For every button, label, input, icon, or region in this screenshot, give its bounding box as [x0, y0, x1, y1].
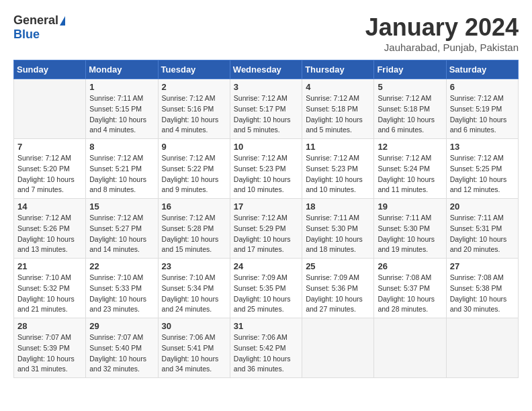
calendar-cell: 14Sunrise: 7:12 AM Sunset: 5:26 PM Dayli…: [14, 199, 86, 259]
day-number: 3: [234, 82, 298, 92]
calendar-cell: 20Sunrise: 7:11 AM Sunset: 5:31 PM Dayli…: [446, 199, 518, 259]
day-number: 16: [162, 201, 226, 212]
day-number: 29: [89, 321, 154, 331]
day-info: Sunrise: 7:10 AM Sunset: 5:34 PM Dayligh…: [162, 273, 226, 315]
calendar-table: SundayMondayTuesdayWednesdayThursdayFrid…: [13, 60, 519, 378]
calendar-cell: [446, 318, 518, 378]
day-number: 8: [89, 142, 154, 152]
logo-general: General: [13, 13, 58, 28]
logo-icon: [60, 16, 65, 26]
calendar-cell: 28Sunrise: 7:07 AM Sunset: 5:39 PM Dayli…: [14, 318, 86, 378]
day-info: Sunrise: 7:12 AM Sunset: 5:17 PM Dayligh…: [234, 93, 298, 136]
header-wednesday: Wednesday: [230, 60, 302, 79]
day-info: Sunrise: 7:12 AM Sunset: 5:28 PM Dayligh…: [162, 213, 226, 255]
calendar-cell: 24Sunrise: 7:09 AM Sunset: 5:35 PM Dayli…: [230, 259, 302, 318]
header-tuesday: Tuesday: [158, 60, 230, 79]
day-info: Sunrise: 7:10 AM Sunset: 5:33 PM Dayligh…: [89, 273, 154, 315]
logo-blue: Blue: [13, 28, 40, 42]
day-info: Sunrise: 7:10 AM Sunset: 5:32 PM Dayligh…: [17, 273, 82, 315]
day-number: 4: [306, 82, 370, 92]
header-friday: Friday: [374, 60, 446, 79]
day-number: 14: [17, 201, 82, 212]
calendar-cell: 23Sunrise: 7:10 AM Sunset: 5:34 PM Dayli…: [158, 259, 230, 318]
day-info: Sunrise: 7:12 AM Sunset: 5:26 PM Dayligh…: [17, 213, 82, 255]
day-number: 7: [17, 142, 82, 152]
calendar-cell: 19Sunrise: 7:11 AM Sunset: 5:30 PM Dayli…: [374, 199, 446, 259]
calendar-cell: 21Sunrise: 7:10 AM Sunset: 5:32 PM Dayli…: [14, 259, 86, 318]
day-info: Sunrise: 7:12 AM Sunset: 5:25 PM Dayligh…: [450, 153, 515, 195]
day-number: 31: [234, 321, 298, 331]
day-info: Sunrise: 7:06 AM Sunset: 5:42 PM Dayligh…: [234, 332, 298, 375]
calendar-cell: 1Sunrise: 7:11 AM Sunset: 5:15 PM Daylig…: [86, 79, 158, 139]
calendar-cell: 30Sunrise: 7:06 AM Sunset: 5:41 PM Dayli…: [158, 318, 230, 378]
day-info: Sunrise: 7:08 AM Sunset: 5:38 PM Dayligh…: [450, 273, 515, 315]
day-number: 17: [234, 201, 298, 212]
calendar-week-row: 7Sunrise: 7:12 AM Sunset: 5:20 PM Daylig…: [14, 139, 519, 199]
calendar-cell: [14, 79, 86, 139]
calendar-cell: 3Sunrise: 7:12 AM Sunset: 5:17 PM Daylig…: [230, 79, 302, 139]
day-info: Sunrise: 7:11 AM Sunset: 5:15 PM Dayligh…: [89, 93, 154, 136]
day-number: 22: [89, 261, 154, 271]
calendar-cell: 2Sunrise: 7:12 AM Sunset: 5:16 PM Daylig…: [158, 79, 230, 139]
calendar-cell: 10Sunrise: 7:12 AM Sunset: 5:23 PM Dayli…: [230, 139, 302, 199]
day-number: 10: [234, 142, 298, 152]
day-number: 21: [17, 261, 82, 271]
day-info: Sunrise: 7:06 AM Sunset: 5:41 PM Dayligh…: [162, 332, 226, 375]
calendar-cell: 5Sunrise: 7:12 AM Sunset: 5:18 PM Daylig…: [374, 79, 446, 139]
day-info: Sunrise: 7:11 AM Sunset: 5:30 PM Dayligh…: [378, 213, 442, 255]
day-info: Sunrise: 7:12 AM Sunset: 5:24 PM Dayligh…: [378, 153, 442, 195]
day-number: 26: [378, 261, 442, 271]
month-title: January 2024: [365, 13, 519, 42]
calendar-week-row: 28Sunrise: 7:07 AM Sunset: 5:39 PM Dayli…: [14, 318, 519, 378]
day-info: Sunrise: 7:07 AM Sunset: 5:40 PM Dayligh…: [89, 332, 154, 375]
calendar-cell: 18Sunrise: 7:11 AM Sunset: 5:30 PM Dayli…: [302, 199, 374, 259]
day-number: 27: [450, 261, 515, 271]
calendar-cell: 29Sunrise: 7:07 AM Sunset: 5:40 PM Dayli…: [86, 318, 158, 378]
day-info: Sunrise: 7:11 AM Sunset: 5:31 PM Dayligh…: [450, 213, 515, 255]
day-number: 18: [306, 201, 370, 212]
day-info: Sunrise: 7:09 AM Sunset: 5:36 PM Dayligh…: [306, 273, 370, 315]
day-info: Sunrise: 7:12 AM Sunset: 5:23 PM Dayligh…: [306, 153, 370, 195]
calendar-cell: 13Sunrise: 7:12 AM Sunset: 5:25 PM Dayli…: [446, 139, 518, 199]
day-info: Sunrise: 7:08 AM Sunset: 5:37 PM Dayligh…: [378, 273, 442, 315]
day-number: 24: [234, 261, 298, 271]
day-number: 12: [378, 142, 442, 152]
calendar-cell: 17Sunrise: 7:12 AM Sunset: 5:29 PM Dayli…: [230, 199, 302, 259]
page-header: General Blue January 2024 Jauharabad, Pu…: [13, 13, 519, 53]
day-number: 11: [306, 142, 370, 152]
day-number: 19: [378, 201, 442, 212]
calendar-cell: [302, 318, 374, 378]
day-info: Sunrise: 7:12 AM Sunset: 5:18 PM Dayligh…: [378, 93, 442, 136]
day-info: Sunrise: 7:12 AM Sunset: 5:27 PM Dayligh…: [89, 213, 154, 255]
calendar-cell: 27Sunrise: 7:08 AM Sunset: 5:38 PM Dayli…: [446, 259, 518, 318]
calendar-cell: 9Sunrise: 7:12 AM Sunset: 5:22 PM Daylig…: [158, 139, 230, 199]
day-number: 30: [162, 321, 226, 331]
day-number: 5: [378, 82, 442, 92]
calendar-cell: 25Sunrise: 7:09 AM Sunset: 5:36 PM Dayli…: [302, 259, 374, 318]
header-monday: Monday: [86, 60, 158, 79]
calendar-cell: 8Sunrise: 7:12 AM Sunset: 5:21 PM Daylig…: [86, 139, 158, 199]
calendar-cell: 26Sunrise: 7:08 AM Sunset: 5:37 PM Dayli…: [374, 259, 446, 318]
calendar-cell: 15Sunrise: 7:12 AM Sunset: 5:27 PM Dayli…: [86, 199, 158, 259]
calendar-cell: 11Sunrise: 7:12 AM Sunset: 5:23 PM Dayli…: [302, 139, 374, 199]
day-info: Sunrise: 7:12 AM Sunset: 5:21 PM Dayligh…: [89, 153, 154, 195]
calendar-header-row: SundayMondayTuesdayWednesdayThursdayFrid…: [14, 60, 519, 79]
calendar-cell: 16Sunrise: 7:12 AM Sunset: 5:28 PM Dayli…: [158, 199, 230, 259]
day-info: Sunrise: 7:11 AM Sunset: 5:30 PM Dayligh…: [306, 213, 370, 255]
location: Jauharabad, Punjab, Pakistan: [365, 42, 519, 53]
calendar-week-row: 21Sunrise: 7:10 AM Sunset: 5:32 PM Dayli…: [14, 259, 519, 318]
day-info: Sunrise: 7:12 AM Sunset: 5:20 PM Dayligh…: [17, 153, 82, 195]
day-number: 9: [162, 142, 226, 152]
calendar-cell: 12Sunrise: 7:12 AM Sunset: 5:24 PM Dayli…: [374, 139, 446, 199]
day-number: 13: [450, 142, 515, 152]
day-info: Sunrise: 7:12 AM Sunset: 5:29 PM Dayligh…: [234, 213, 298, 255]
header-saturday: Saturday: [446, 60, 518, 79]
day-number: 28: [17, 321, 82, 331]
day-info: Sunrise: 7:12 AM Sunset: 5:19 PM Dayligh…: [450, 93, 515, 136]
calendar-cell: 7Sunrise: 7:12 AM Sunset: 5:20 PM Daylig…: [14, 139, 86, 199]
day-number: 15: [89, 201, 154, 212]
day-info: Sunrise: 7:12 AM Sunset: 5:22 PM Dayligh…: [162, 153, 226, 195]
calendar-cell: 31Sunrise: 7:06 AM Sunset: 5:42 PM Dayli…: [230, 318, 302, 378]
day-info: Sunrise: 7:12 AM Sunset: 5:16 PM Dayligh…: [162, 93, 226, 136]
calendar-cell: 22Sunrise: 7:10 AM Sunset: 5:33 PM Dayli…: [86, 259, 158, 318]
